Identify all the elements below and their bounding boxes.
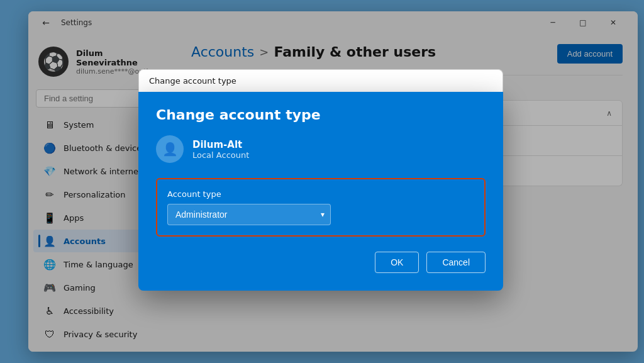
dialog-titlebar-text: Change account type	[138, 69, 503, 92]
dialog-user-name: Dilum-Alt	[192, 139, 249, 150]
dialog-actions: OK Cancel	[156, 252, 486, 273]
account-type-label: Account type	[167, 189, 474, 199]
account-type-select-wrapper: Administrator Standard User ▾	[167, 204, 331, 225]
dialog-cancel-button[interactable]: Cancel	[426, 252, 486, 273]
dialog-ok-button[interactable]: OK	[375, 252, 419, 273]
account-type-select[interactable]: Administrator Standard User	[167, 204, 331, 225]
account-type-section: Account type Administrator Standard User…	[156, 178, 486, 237]
dialog-wrapper: Change account type Change account type …	[138, 69, 503, 291]
dialog-user-details: Dilum-Alt Local Account	[192, 139, 249, 160]
dialog-user-avatar: 👤	[156, 135, 184, 163]
dialog-user-info: 👤 Dilum-Alt Local Account	[156, 135, 486, 163]
dialog-user-type: Local Account	[192, 150, 249, 160]
dialog-title: Change account type	[156, 107, 486, 123]
change-account-type-dialog: Change account type 👤 Dilum-Alt Local Ac…	[138, 92, 503, 291]
dialog-overlay: Change account type Change account type …	[0, 0, 644, 363]
